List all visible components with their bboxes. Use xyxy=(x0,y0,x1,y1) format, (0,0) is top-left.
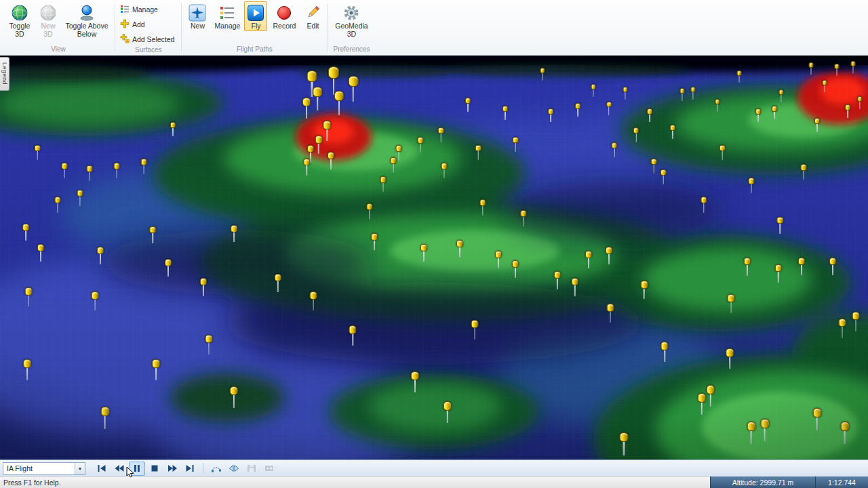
map-pin[interactable] xyxy=(92,291,99,310)
map-pin[interactable] xyxy=(513,137,519,152)
map-pin[interactable] xyxy=(275,274,281,292)
map-pin[interactable] xyxy=(520,210,526,226)
map-pin[interactable] xyxy=(719,145,726,160)
map-pin[interactable] xyxy=(471,320,479,340)
map-pin[interactable] xyxy=(801,164,807,180)
map-pin[interactable] xyxy=(857,96,862,109)
map-pin[interactable] xyxy=(851,61,856,73)
map-pin[interactable] xyxy=(22,224,29,241)
map-pin[interactable] xyxy=(303,159,310,176)
map-pin[interactable] xyxy=(366,203,372,220)
map-pin[interactable] xyxy=(647,108,652,122)
map-pin[interactable] xyxy=(149,226,156,243)
map-pin[interactable] xyxy=(540,68,545,81)
map-pin[interactable] xyxy=(170,122,176,136)
add-selected-button[interactable]: Add Selected xyxy=(118,33,178,46)
map-pin[interactable] xyxy=(620,432,629,455)
export-button[interactable] xyxy=(261,462,277,476)
map-pin[interactable] xyxy=(438,127,444,142)
reverse-button[interactable] xyxy=(226,462,242,476)
toggle-above-below-button[interactable]: Toggle Above Below xyxy=(62,1,112,39)
map-pin[interactable] xyxy=(302,98,311,119)
geomedia-3d-button[interactable]: GeoMedia 3D xyxy=(330,1,372,39)
map-pin[interactable] xyxy=(141,159,147,174)
map-pin[interactable] xyxy=(660,169,667,184)
map-pin[interactable] xyxy=(726,348,734,369)
map-pin[interactable] xyxy=(747,422,756,444)
map-pin[interactable] xyxy=(772,106,777,119)
map-pin[interactable] xyxy=(62,163,68,178)
edit-flight-button[interactable]: Edit xyxy=(301,1,324,31)
map-pin[interactable] xyxy=(54,197,60,213)
map-pin[interactable] xyxy=(612,142,617,157)
map-pin[interactable] xyxy=(798,258,805,275)
map-pin[interactable] xyxy=(814,118,820,132)
map-pin[interactable] xyxy=(87,165,93,181)
new-3d-button[interactable]: New 3D xyxy=(36,1,60,39)
map-pin[interactable] xyxy=(475,145,481,160)
map-pin[interactable] xyxy=(495,251,502,268)
map-pin[interactable] xyxy=(441,163,448,178)
skip-start-button[interactable] xyxy=(94,462,110,476)
map-pin[interactable] xyxy=(23,359,31,380)
stop-button[interactable] xyxy=(146,462,163,476)
route-button[interactable] xyxy=(208,462,224,476)
map-pin[interactable] xyxy=(845,104,850,118)
map-pin[interactable] xyxy=(839,319,846,338)
map-pin[interactable] xyxy=(101,407,110,429)
map-pin[interactable] xyxy=(809,62,814,75)
map-pin[interactable] xyxy=(114,163,120,178)
map-pin[interactable] xyxy=(231,225,237,242)
skip-end-button[interactable] xyxy=(182,462,198,476)
map-pin[interactable] xyxy=(502,106,508,120)
map-pin[interactable] xyxy=(651,159,657,174)
map-pin[interactable] xyxy=(835,64,840,76)
map-pin[interactable] xyxy=(679,88,684,101)
map-pin[interactable] xyxy=(315,136,323,154)
map-pin[interactable] xyxy=(749,178,755,193)
toggle-3d-button[interactable]: Toggle 3D xyxy=(5,1,35,39)
fast-forward-button[interactable] xyxy=(164,462,180,476)
map-pin[interactable] xyxy=(371,233,378,250)
add-surface-button[interactable]: Add xyxy=(118,18,178,31)
map-pin[interactable] xyxy=(479,199,486,216)
map-pin[interactable] xyxy=(165,259,172,277)
map-pin[interactable] xyxy=(607,304,614,323)
legend-panel-tab[interactable]: Legend xyxy=(0,57,9,91)
map-pin[interactable] xyxy=(775,264,782,283)
map-pin[interactable] xyxy=(310,291,317,310)
map-pin[interactable] xyxy=(633,127,639,142)
map-pin[interactable] xyxy=(77,190,83,206)
map-pin[interactable] xyxy=(465,98,471,112)
map-pin[interactable] xyxy=(690,87,695,100)
map-pin[interactable] xyxy=(456,240,463,258)
save-button[interactable] xyxy=(243,462,260,476)
map-pin[interactable] xyxy=(25,287,33,306)
map-pin[interactable] xyxy=(554,271,561,289)
map-pin[interactable] xyxy=(623,87,627,100)
map-pin[interactable] xyxy=(823,80,827,92)
map-pin[interactable] xyxy=(585,251,592,268)
manage-flights-button[interactable]: Manage xyxy=(212,1,243,31)
map-pin[interactable] xyxy=(200,278,207,296)
new-flight-button[interactable]: New xyxy=(184,1,210,31)
map-pin[interactable] xyxy=(715,99,719,112)
map-pin[interactable] xyxy=(230,386,238,408)
map-pin[interactable] xyxy=(152,359,160,380)
map-pin[interactable] xyxy=(548,108,553,122)
map-pin[interactable] xyxy=(778,89,783,102)
map-pin[interactable] xyxy=(701,197,707,213)
map-pin[interactable] xyxy=(761,419,770,441)
map-pin[interactable] xyxy=(420,244,427,262)
map-pin[interactable] xyxy=(334,91,344,115)
fly-button[interactable]: Fly xyxy=(244,1,267,31)
map-pin[interactable] xyxy=(606,247,612,264)
map-pin[interactable] xyxy=(35,145,41,160)
map-pin[interactable] xyxy=(97,247,104,264)
map-pin[interactable] xyxy=(380,176,387,192)
map-pin[interactable] xyxy=(707,385,715,407)
map-pin[interactable] xyxy=(349,325,356,346)
manage-surfaces-button[interactable]: Manage xyxy=(118,3,178,16)
map-pin[interactable] xyxy=(396,145,402,161)
map-pin[interactable] xyxy=(37,244,44,262)
